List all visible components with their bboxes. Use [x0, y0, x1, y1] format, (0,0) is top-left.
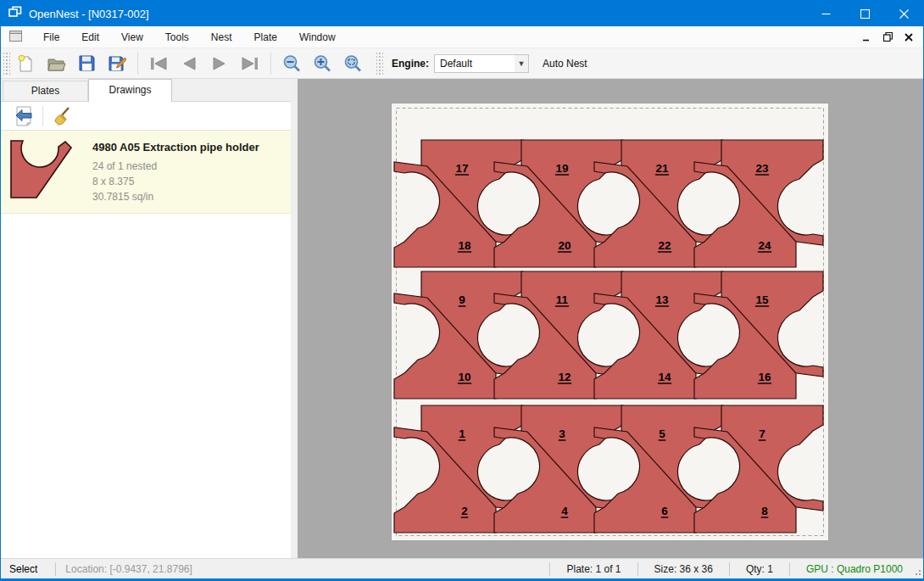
- nest-canvas[interactable]: 171819202122232491011121314151612345678: [298, 79, 923, 558]
- part-number[interactable]: 2: [461, 505, 468, 517]
- menu-file[interactable]: File: [32, 27, 70, 47]
- part-number[interactable]: 17: [455, 162, 468, 175]
- save-button[interactable]: [73, 51, 100, 76]
- close-button[interactable]: [884, 1, 923, 26]
- app-window: OpenNest - [N0317-002] FileEditViewTools…: [0, 0, 924, 581]
- resize-grip[interactable]: [911, 561, 923, 578]
- status-location: Location: [-0.9437, 21.8796]: [62, 563, 192, 575]
- part-number[interactable]: 13: [655, 293, 669, 306]
- part-number[interactable]: 24: [758, 239, 771, 252]
- tab-plates[interactable]: Plates: [3, 81, 88, 101]
- part-number[interactable]: 21: [655, 162, 669, 175]
- menu-window[interactable]: Window: [288, 27, 347, 47]
- auto-nest-button[interactable]: Auto Nest: [534, 53, 596, 74]
- engine-value: Default: [435, 58, 515, 70]
- drawing-size: 8 x 8.375: [92, 174, 259, 189]
- part-number[interactable]: 6: [661, 505, 668, 517]
- part-number[interactable]: 9: [459, 293, 465, 306]
- part-number[interactable]: 16: [758, 371, 771, 383]
- status-separator: [789, 562, 790, 576]
- window-title: OpenNest - [N0317-002]: [29, 8, 149, 20]
- panel-tabs: Plates Drawings: [1, 79, 291, 102]
- engine-label: Engine:: [392, 58, 429, 70]
- drawing-nested-count: 24 of 1 nested: [92, 159, 259, 174]
- part-number[interactable]: 4: [561, 505, 568, 517]
- menu-tools[interactable]: Tools: [154, 27, 200, 47]
- app-icon: [8, 6, 22, 21]
- import-drawing-button[interactable]: [11, 104, 36, 128]
- title-bar: OpenNest - [N0317-002]: [1, 1, 923, 26]
- open-file-button[interactable]: [42, 51, 70, 76]
- plate[interactable]: 171819202122232491011121314151612345678: [392, 103, 828, 540]
- status-separator: [549, 562, 550, 576]
- menu-edit[interactable]: Edit: [70, 27, 110, 47]
- part-number[interactable]: 1: [459, 427, 465, 440]
- save-as-button[interactable]: [103, 51, 131, 76]
- status-separator: [55, 562, 56, 576]
- clear-drawings-button[interactable]: [49, 104, 75, 128]
- next-plate-button[interactable]: [206, 51, 233, 76]
- part-number[interactable]: 3: [559, 427, 565, 440]
- new-file-button[interactable]: [12, 51, 39, 76]
- zoom-out-button[interactable]: [278, 51, 305, 76]
- minimize-button[interactable]: [806, 1, 845, 26]
- panel-toolbar: [1, 102, 291, 131]
- last-plate-button[interactable]: [237, 51, 264, 76]
- mdi-close-button[interactable]: [899, 28, 918, 47]
- part-number[interactable]: 18: [458, 239, 471, 252]
- drawing-title: 4980 A05 Extraction pipe holder: [92, 137, 259, 159]
- menu-plate[interactable]: Plate: [243, 27, 288, 47]
- part-thumbnail: [9, 137, 81, 200]
- status-gpu: GPU : Quadro P1000: [796, 563, 911, 575]
- part-number[interactable]: 12: [558, 371, 571, 383]
- part-number[interactable]: 10: [458, 371, 470, 383]
- part-number[interactable]: 11: [556, 293, 569, 306]
- drawings-panel: Plates Drawings: [1, 79, 291, 558]
- zoom-in-button[interactable]: [309, 51, 336, 76]
- part-number[interactable]: 8: [761, 505, 768, 517]
- maximize-button[interactable]: [845, 1, 884, 26]
- zoom-extents-button[interactable]: [339, 51, 366, 76]
- part-number[interactable]: 14: [658, 371, 671, 383]
- menu-nest[interactable]: Nest: [200, 27, 243, 47]
- drawing-area: 30.7815 sq/in: [92, 189, 259, 204]
- panel-toolbar-separator: [42, 106, 43, 126]
- chevron-down-icon[interactable]: ▼: [515, 55, 528, 72]
- status-plate: Plate: 1 of 1: [556, 563, 631, 575]
- part-number[interactable]: 23: [755, 162, 769, 175]
- menu-bar: FileEditViewToolsNestPlateWindow: [1, 26, 923, 48]
- part-number[interactable]: 19: [555, 162, 568, 175]
- part-number[interactable]: 20: [558, 239, 571, 252]
- status-separator: [637, 562, 638, 576]
- part-number[interactable]: 15: [755, 293, 769, 306]
- tab-drawings[interactable]: Drawings: [88, 79, 172, 102]
- document-icon[interactable]: [9, 30, 22, 45]
- toolbar-grip[interactable]: [3, 53, 10, 75]
- engine-toolbar-grip[interactable]: [376, 53, 383, 75]
- first-plate-button[interactable]: [145, 51, 172, 76]
- menu-view[interactable]: View: [110, 27, 154, 47]
- drawing-list-item[interactable]: 4980 A05 Extraction pipe holder 24 of 1 …: [1, 131, 291, 214]
- mdi-minimize-button[interactable]: [857, 28, 876, 47]
- previous-plate-button[interactable]: [175, 51, 203, 76]
- panel-splitter[interactable]: [291, 79, 298, 558]
- toolbar-separator: [137, 53, 138, 75]
- toolbar: Engine: Default ▼ Auto Nest: [1, 48, 923, 79]
- status-mode: Select: [1, 563, 49, 575]
- status-qty: Qty: 1: [736, 563, 783, 575]
- engine-select[interactable]: Default ▼: [434, 54, 529, 73]
- status-size: Size: 36 x 36: [644, 563, 723, 575]
- part-number[interactable]: 5: [659, 427, 665, 440]
- mdi-restore-button[interactable]: [878, 28, 897, 47]
- part-number[interactable]: 7: [759, 427, 765, 440]
- status-separator: [729, 562, 730, 576]
- part-number[interactable]: 22: [658, 239, 671, 252]
- status-bar: Select Location: [-0.9437, 21.8796] Plat…: [1, 558, 923, 578]
- toolbar-separator: [270, 53, 271, 75]
